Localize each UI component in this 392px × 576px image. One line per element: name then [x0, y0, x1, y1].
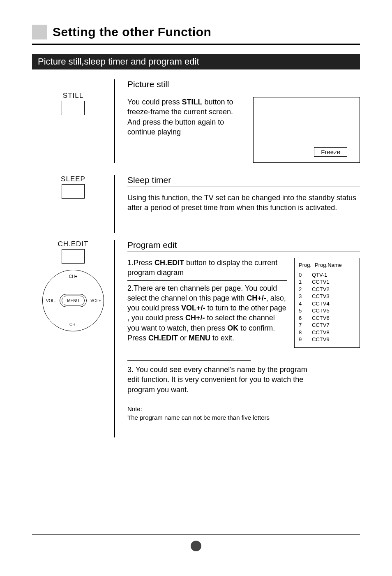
channel-name: CCTV6 — [312, 315, 330, 322]
chedit-button-graphic: CH.EDIT — [53, 240, 94, 261]
page-indicator-dot — [191, 541, 201, 551]
text: or — [178, 334, 189, 342]
channel-number: 9 — [299, 336, 304, 343]
channel-name: CCTV4 — [312, 300, 330, 308]
table-row: 3CCTV3 — [299, 293, 355, 300]
channel-name: CCTV7 — [312, 322, 330, 329]
header-accent-block — [32, 25, 47, 39]
still-button-label: STILL — [53, 92, 94, 100]
button-icon — [62, 101, 85, 113]
channel-name: CCTV2 — [312, 286, 330, 293]
table-row: 7CCTV7 — [299, 322, 355, 329]
dpad-down-label: CH- — [69, 322, 77, 327]
channel-name: CCTV8 — [312, 329, 330, 336]
sleep-button-graphic: SLEEP — [53, 175, 94, 197]
channel-name: QTV-1 — [312, 271, 327, 279]
channel-number: 4 — [299, 300, 304, 308]
channel-number: 7 — [299, 322, 304, 329]
button-icon — [62, 249, 85, 261]
channel-number: 0 — [299, 271, 304, 279]
channel-name: CCTV1 — [312, 278, 330, 286]
text-bold: MENU — [189, 334, 210, 342]
table-row: 8CCTV8 — [299, 329, 355, 336]
text-bold: CH+/- — [185, 314, 205, 322]
page-title: Setting the other Function — [53, 25, 211, 39]
table-row: 2CCTV2 — [299, 286, 355, 293]
vertical-divider — [114, 79, 115, 163]
text-bold: STILL — [182, 98, 202, 106]
note-label: Note: — [127, 405, 360, 413]
program-edit-steps: 1.Press CH.EDIT button to display the cu… — [127, 258, 287, 343]
dpad-left-label: VOL- — [46, 298, 55, 303]
channel-name: CCTV3 — [312, 293, 330, 300]
dpad-center-ring: MENU — [60, 294, 87, 307]
channel-number: 2 — [299, 286, 304, 293]
picture-still-heading: Picture still — [127, 79, 360, 89]
section-header: Picture still,sleep timer and program ed… — [32, 54, 360, 69]
dpad-right-label: VOL+ — [90, 298, 101, 303]
divider — [127, 91, 360, 91]
channel-number: 5 — [299, 307, 304, 315]
divider — [127, 360, 251, 361]
header: Setting the other Function — [32, 25, 360, 39]
vertical-divider — [114, 240, 115, 437]
chedit-button-label: CH.EDIT — [53, 240, 94, 248]
program-edit-heading: Program edit — [127, 240, 360, 250]
channel-number: 3 — [299, 293, 304, 300]
text: You could press — [127, 98, 182, 106]
footer-divider — [32, 534, 360, 535]
note-text: The program name can not be more than fi… — [127, 413, 360, 422]
text: to exit. — [210, 334, 234, 342]
divider — [127, 187, 360, 187]
title-underline — [32, 44, 360, 45]
channel-name: CCTV9 — [312, 336, 330, 343]
table-row: 0QTV-1 — [299, 271, 355, 279]
table-row: 6CCTV6 — [299, 315, 355, 322]
table-row: 5CCTV5 — [299, 307, 355, 315]
text-bold: CH+/- — [247, 294, 266, 302]
text-bold: CH.EDIT — [148, 334, 178, 342]
table-row: 1CCTV1 — [299, 278, 355, 286]
sleep-timer-heading: Sleep timer — [127, 175, 360, 185]
vertical-divider — [114, 175, 115, 233]
still-button-graphic: STILL — [53, 92, 94, 113]
sleep-timer-text: Using this function, the TV set can be c… — [127, 193, 360, 213]
tv-screen-illustration: Freeze — [253, 97, 360, 163]
sleep-timer-block: SLEEP Sleep timer Using this function, t… — [32, 175, 360, 233]
note: Note: The program name can not be more t… — [127, 405, 360, 422]
text-bold: CH.EDIT — [154, 259, 184, 267]
button-icon — [62, 184, 85, 197]
text: 1.Press — [127, 259, 154, 267]
picture-still-text: You could press STILL button to freeze-f… — [127, 97, 246, 137]
table-row: 9CCTV9 — [299, 336, 355, 343]
dpad-center-label: MENU — [62, 296, 85, 305]
table-header: Prog. Prog.Name — [299, 261, 355, 269]
text-bold: VOL+/- — [181, 304, 205, 312]
picture-still-block: STILL Picture still You could press STIL… — [32, 79, 360, 163]
channel-number: 6 — [299, 315, 304, 322]
freeze-label: Freeze — [314, 147, 347, 157]
channel-name: CCTV5 — [312, 307, 330, 315]
channel-number: 8 — [299, 329, 304, 336]
dpad-graphic: CH+ CH- VOL- VOL+ MENU — [42, 270, 104, 331]
text-bold: OK — [227, 324, 238, 332]
divider — [127, 252, 360, 252]
col-header-prog: Prog. — [299, 261, 311, 269]
program-edit-block: CH.EDIT CH+ CH- VOL- VOL+ MENU Program e… — [32, 240, 360, 437]
channel-number: 1 — [299, 278, 304, 286]
col-header-name: Prog.Name — [315, 261, 342, 269]
dpad-up-label: CH+ — [69, 274, 77, 279]
table-row: 4CCTV4 — [299, 300, 355, 308]
program-edit-step3: 3. You could see every channel's name by… — [127, 365, 321, 395]
sleep-button-label: SLEEP — [53, 175, 94, 183]
channel-table: Prog. Prog.Name 0QTV-11CCTV12CCTV23CCTV3… — [294, 258, 360, 348]
